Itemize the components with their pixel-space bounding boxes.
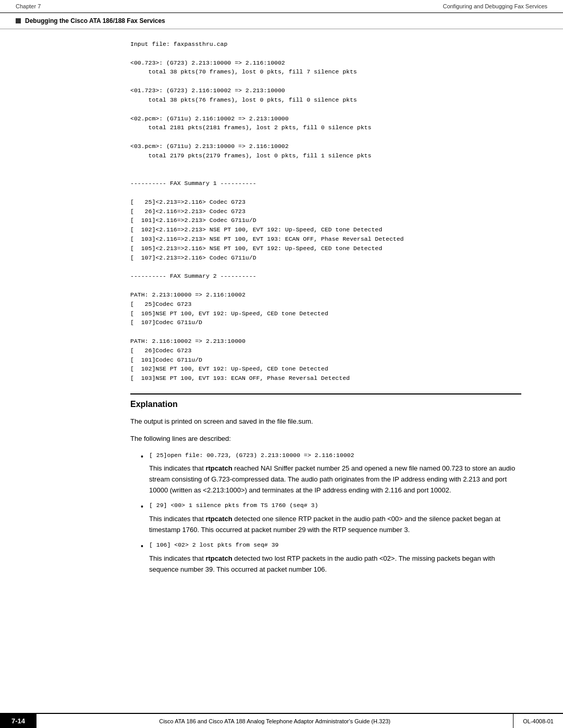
explanation-section: Explanation The output is printed on scr… — [130, 393, 521, 575]
explanation-para1: The output is printed on screen and save… — [130, 416, 521, 427]
explanation-para2: The following lines are described: — [130, 434, 521, 445]
bullet-3-code: [ 106] <02> 2 lost pkts from seq# 39 — [149, 540, 521, 550]
bullet-1-code: [ 25]open file: 00.723, (G723) 2.213:100… — [149, 451, 521, 460]
bullet-3-text: This indicates that rtpcatch detected tw… — [149, 554, 495, 573]
bullet-1-text: This indicates that rtpcatch reached NAI… — [149, 464, 515, 494]
page-header: Chapter 7 Configuring and Debugging Fax … — [0, 0, 563, 13]
page-container: Chapter 7 Configuring and Debugging Fax … — [0, 0, 563, 728]
explanation-heading: Explanation — [130, 393, 521, 409]
bullet-list: [ 25]open file: 00.723, (G723) 2.213:100… — [141, 451, 521, 575]
footer-center-text: Cisco ATA 186 and Cisco ATA 188 Analog T… — [36, 714, 513, 728]
code-block: Input file: faxpassthru.cap <00.723>: (G… — [130, 40, 521, 383]
footer-page-number: 7-14 — [0, 714, 36, 728]
bullet-2-text: This indicates that rtpcatch detected on… — [149, 515, 500, 534]
footer-right-text: OL-4008-01 — [513, 714, 563, 728]
header-chapter: Chapter 7 — [16, 3, 41, 9]
bullet-item-3: [ 106] <02> 2 lost pkts from seq# 39 Thi… — [141, 540, 521, 575]
subheader-text: Debugging the Cisco ATA 186/188 Fax Serv… — [25, 17, 165, 24]
page-subheader: Debugging the Cisco ATA 186/188 Fax Serv… — [0, 15, 563, 29]
page-footer: 7-14 Cisco ATA 186 and Cisco ATA 188 Ana… — [0, 713, 563, 728]
main-content: Input file: faxpassthru.cap <00.723>: (G… — [0, 40, 563, 575]
bullet-item-2: [ 29] <00> 1 silence pkts from TS 1760 (… — [141, 501, 521, 535]
bullet-2-code: [ 29] <00> 1 silence pkts from TS 1760 (… — [149, 501, 521, 510]
header-title: Configuring and Debugging Fax Services — [443, 3, 547, 9]
bullet-item-1: [ 25]open file: 00.723, (G723) 2.213:100… — [141, 451, 521, 496]
subheader-square-icon — [16, 18, 21, 23]
